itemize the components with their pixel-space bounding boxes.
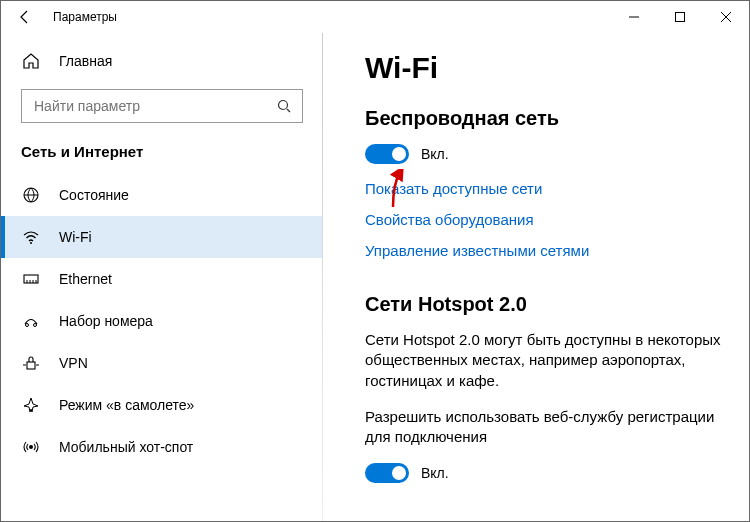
page-title: Wi-Fi: [365, 51, 727, 85]
back-button[interactable]: [9, 1, 41, 33]
close-button[interactable]: [703, 1, 749, 33]
maximize-button[interactable]: [657, 1, 703, 33]
content-pane: Wi-Fi Беспроводная сеть Вкл. Показать до…: [323, 33, 749, 521]
hotspot-toggle-label: Вкл.: [421, 465, 449, 481]
toggle-knob: [392, 147, 406, 161]
airplane-icon: [21, 395, 41, 415]
sidebar-item-hotspot[interactable]: Мобильный хот-спот: [1, 426, 323, 468]
svg-point-3: [30, 242, 32, 244]
close-icon: [721, 12, 731, 22]
globe-icon: [21, 185, 41, 205]
search-icon: [276, 98, 292, 114]
svg-rect-7: [27, 362, 35, 369]
sidebar: Главная Сеть и Интернет Состояние Wi: [1, 33, 323, 521]
sidebar-item-label: Режим «в самолете»: [59, 397, 194, 413]
maximize-icon: [675, 12, 685, 22]
sidebar-item-label: Состояние: [59, 187, 129, 203]
svg-point-8: [29, 445, 33, 449]
sidebar-item-label: Ethernet: [59, 271, 112, 287]
hotspot-toggle-row: Вкл.: [365, 463, 727, 483]
settings-window: Параметры Главная: [0, 0, 750, 522]
sidebar-item-dialup[interactable]: Набор номера: [1, 300, 323, 342]
wifi-toggle-row: Вкл.: [365, 144, 727, 164]
sidebar-home-label: Главная: [59, 53, 112, 69]
sidebar-item-label: Мобильный хот-спот: [59, 439, 193, 455]
arrow-left-icon: [17, 9, 33, 25]
window-body: Главная Сеть и Интернет Состояние Wi: [1, 33, 749, 521]
sidebar-item-wifi[interactable]: Wi-Fi: [1, 216, 323, 258]
svg-point-1: [279, 101, 288, 110]
vpn-icon: [21, 353, 41, 373]
sidebar-item-label: Wi-Fi: [59, 229, 92, 245]
wireless-heading: Беспроводная сеть: [365, 107, 727, 130]
window-title: Параметры: [53, 10, 117, 24]
hotspot-allow-text: Разрешить использовать веб-службу регист…: [365, 407, 727, 448]
sidebar-item-label: Набор номера: [59, 313, 153, 329]
svg-point-5: [26, 324, 29, 327]
svg-rect-0: [676, 13, 685, 22]
wifi-toggle-label: Вкл.: [421, 146, 449, 162]
search-input[interactable]: [32, 97, 276, 115]
sidebar-home[interactable]: Главная: [1, 41, 323, 81]
sidebar-item-vpn[interactable]: VPN: [1, 342, 323, 384]
link-show-networks[interactable]: Показать доступные сети: [365, 180, 727, 197]
sidebar-item-status[interactable]: Состояние: [1, 174, 323, 216]
wifi-icon: [21, 227, 41, 247]
titlebar: Параметры: [1, 1, 749, 33]
dialup-icon: [21, 311, 41, 331]
minimize-icon: [629, 12, 639, 22]
hotspot-icon: [21, 437, 41, 457]
link-manage-known[interactable]: Управление известными сетями: [365, 242, 727, 259]
wifi-toggle[interactable]: [365, 144, 409, 164]
sidebar-item-label: VPN: [59, 355, 88, 371]
hotspot-heading: Сети Hotspot 2.0: [365, 293, 727, 316]
svg-point-6: [34, 324, 37, 327]
window-controls: [611, 1, 749, 33]
ethernet-icon: [21, 269, 41, 289]
sidebar-search[interactable]: [21, 89, 303, 123]
toggle-knob: [392, 466, 406, 480]
hotspot-description: Сети Hotspot 2.0 могут быть доступны в н…: [365, 330, 727, 391]
sidebar-section-header: Сеть и Интернет: [1, 137, 323, 174]
home-icon: [21, 51, 41, 71]
sidebar-item-airplane[interactable]: Режим «в самолете»: [1, 384, 323, 426]
link-hardware-props[interactable]: Свойства оборудования: [365, 211, 727, 228]
sidebar-item-ethernet[interactable]: Ethernet: [1, 258, 323, 300]
hotspot-toggle[interactable]: [365, 463, 409, 483]
minimize-button[interactable]: [611, 1, 657, 33]
